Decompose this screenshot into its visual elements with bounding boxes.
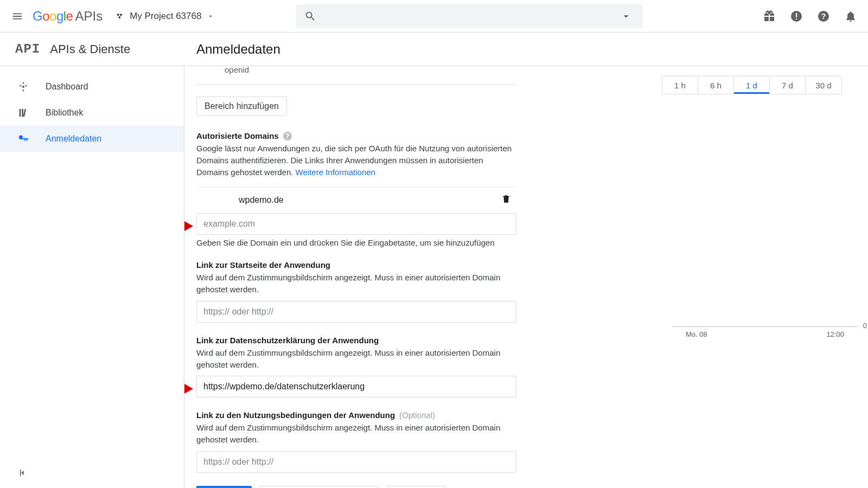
callout-5: 5 xyxy=(184,214,193,238)
delete-domain-icon[interactable] xyxy=(501,194,511,207)
sidebar-item-label: Dashboard xyxy=(46,82,88,92)
key-icon xyxy=(17,133,29,145)
search-box[interactable] xyxy=(296,4,643,28)
terms-link-block: Link zu den Nutzungsbedingungen der Anwe… xyxy=(196,410,516,473)
add-scope-button[interactable]: Bereich hinzufügen xyxy=(196,97,287,116)
domain-row: wpdemo.de xyxy=(196,187,516,213)
sidebar-item-dashboard[interactable]: Dashboard xyxy=(0,74,184,100)
brand-suffix: APIs xyxy=(75,9,103,24)
scope-openid: openid xyxy=(196,66,516,85)
svg-text:?: ? xyxy=(821,12,826,21)
terms-link-help: Wird auf dem Zustimmungsbildschirm angez… xyxy=(196,422,516,446)
privacy-link-block: Link zur Datenschutzerklärung der Anwend… xyxy=(196,336,516,398)
search-caret-icon[interactable] xyxy=(620,10,632,22)
collapse-sidebar-icon[interactable] xyxy=(17,467,28,480)
terms-optional: (Optional) xyxy=(399,410,435,420)
page-title: Anmeldedaten xyxy=(196,42,280,56)
axis-zero-label: 0 xyxy=(863,322,867,330)
callout-6: 6 xyxy=(184,377,193,401)
svg-rect-5 xyxy=(796,18,797,20)
top-app-bar: Google APIs My Project 63768 ? xyxy=(0,0,868,33)
domain-input-hint: Geben Sie die Domain ein und drücken Sie… xyxy=(196,238,516,247)
project-icon xyxy=(116,12,124,21)
library-icon xyxy=(17,107,29,119)
api-logo: API xyxy=(15,42,40,56)
search-input[interactable] xyxy=(324,11,634,21)
range-7d[interactable]: 7 d xyxy=(770,76,806,94)
privacy-link-input[interactable] xyxy=(196,376,516,397)
authorized-domains-label: Autorisierte Domains xyxy=(196,131,279,140)
caret-down-icon xyxy=(207,12,214,20)
save-button[interactable]: Speichern xyxy=(196,486,252,488)
authorized-domains-help: Google lässt nur Anwendungen zu, die sic… xyxy=(196,143,516,178)
range-1h[interactable]: 1 h xyxy=(662,76,698,94)
sidebar-item-label: Bibliothek xyxy=(46,108,83,118)
help-icon[interactable]: ? xyxy=(283,132,292,140)
search-icon xyxy=(304,10,316,22)
main-content: openid Bereich hinzufügen Autorisierte D… xyxy=(184,66,868,488)
terms-link-input[interactable] xyxy=(196,451,516,473)
sidebar-item-credentials[interactable]: Anmeldedaten xyxy=(0,126,184,152)
sidebar: Dashboard Bibliothek Anmeldedaten xyxy=(0,66,184,488)
project-picker[interactable]: My Project 63768 xyxy=(110,5,220,27)
svg-point-0 xyxy=(117,14,119,16)
cancel-button[interactable]: Abbrechen xyxy=(387,486,445,488)
notifications-icon[interactable] xyxy=(844,10,857,23)
form-button-row: Speichern Zur Bestätigung einreichen Abb… xyxy=(196,486,516,488)
domain-input[interactable] xyxy=(196,213,516,235)
gift-icon[interactable] xyxy=(763,10,776,23)
submit-verification-button[interactable]: Zur Bestätigung einreichen xyxy=(259,486,379,488)
home-link-input[interactable] xyxy=(196,301,516,323)
domain-value: wpdemo.de xyxy=(239,195,284,205)
more-info-link[interactable]: Weitere Informationen xyxy=(296,168,375,177)
svg-point-2 xyxy=(118,16,120,18)
terms-link-label: Link zu den Nutzungsbedingungen der Anwe… xyxy=(196,410,395,420)
privacy-link-help: Wird auf dem Zustimmungsbildschirm angez… xyxy=(196,347,516,371)
range-6h[interactable]: 6 h xyxy=(698,76,734,94)
brand-logo[interactable]: Google APIs xyxy=(33,9,103,24)
help-icon[interactable]: ? xyxy=(817,10,830,23)
time-range-panel: 1 h 6 h 1 d 7 d 30 d xyxy=(641,76,842,94)
svg-point-1 xyxy=(120,14,122,16)
home-link-help: Wird auf dem Zustimmungsbildschirm angez… xyxy=(196,272,516,296)
home-link-label: Link zur Startseite der Anwendung xyxy=(196,260,330,269)
menu-icon[interactable] xyxy=(7,5,28,27)
sidebar-item-label: Anmeldedaten xyxy=(46,134,101,144)
dashboard-icon xyxy=(17,81,29,93)
axis-label-right: 12:00 xyxy=(826,330,844,338)
project-name: My Project 63768 xyxy=(130,11,201,22)
time-range-group: 1 h 6 h 1 d 7 d 30 d xyxy=(662,76,842,94)
alert-icon[interactable] xyxy=(790,10,803,23)
authorized-domains-block: Autorisierte Domains ? Google lässt nur … xyxy=(196,131,516,247)
svg-rect-4 xyxy=(796,13,797,17)
section-header: API APIs & Dienste Anmeldedaten xyxy=(0,33,868,66)
privacy-link-label: Link zur Datenschutzerklärung der Anwend… xyxy=(196,336,379,345)
range-30d[interactable]: 30 d xyxy=(806,76,841,94)
section-title: APIs & Dienste xyxy=(50,42,130,56)
axis-label-left: Mo. 08 xyxy=(686,330,707,338)
home-link-block: Link zur Startseite der Anwendung Wird a… xyxy=(196,260,516,323)
chart-axis: 0 Mo. 08 12:00 xyxy=(673,326,857,338)
sidebar-item-library[interactable]: Bibliothek xyxy=(0,100,184,126)
toolbar-icons: ? xyxy=(763,10,861,23)
range-1d[interactable]: 1 d xyxy=(734,76,770,94)
